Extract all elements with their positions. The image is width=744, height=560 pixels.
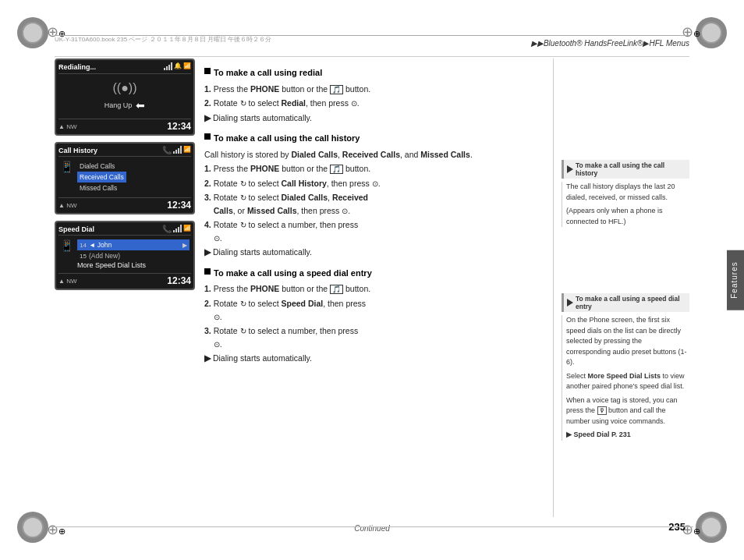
breadcrumb: ▶▶Bluetooth® HandsFreeLink®▶HFL Menus: [531, 39, 689, 48]
speed-dial-footer: ▲ NW 12:34: [58, 273, 191, 286]
speed-dial-icons: 📞 📶: [162, 225, 191, 233]
speed-dial-title: Speed Dial: [58, 225, 94, 233]
call-history-step-3: 3. Rotate ↻ to select Dialed Calls, Rece…: [204, 191, 544, 217]
call-history-step-1: 1. Press the PHONE button or the 🎵 butto…: [204, 162, 544, 175]
bt-icon2: 📶: [183, 146, 191, 154]
redial-section-header: To make a call using redial: [204, 66, 544, 80]
call-history-title: Call History: [58, 147, 97, 154]
bt-icon3: 📶: [183, 225, 191, 233]
call-history-time: 12:34: [167, 200, 191, 211]
speed-dial-body: 📱 14 ◄ John ▶ 15 (Add New): [58, 238, 191, 271]
speed-dial-item: 14 ◄ John ▶: [77, 239, 190, 250]
call-history-step-4: 4. Rotate ↻ to select a number, then pre…: [204, 218, 544, 244]
speed-dial-note-text-1: On the Phone screen, the first six speed…: [566, 315, 688, 368]
call-history-note-text-1: The call history displays the last 20 di…: [566, 182, 688, 203]
ringer-icon: 🔔: [174, 62, 182, 72]
notes-column: To make a call using the call history Th…: [553, 58, 689, 517]
speed-dial-step-3: 3. Rotate ↻ to select a number, then pre…: [204, 324, 544, 350]
call-history-section-title: To make a call using the call history: [214, 132, 360, 145]
call-history-icons: 📞 📶: [162, 146, 191, 154]
redialing-footer-left: ▲ NW: [58, 123, 76, 130]
call-history-note-body: The call history displays the last 20 di…: [562, 182, 689, 227]
hang-up-control: Hang Up ⬅: [60, 99, 190, 112]
redial-step-2: 2. Rotate ↻ to select Redial, then press…: [204, 97, 544, 110]
device-screens-column: Redialing... 🔔 📶 ((●)) Hang Up ⬅: [55, 58, 195, 517]
speed-dial-section-header: To make a call using a speed dial entry: [204, 267, 544, 280]
speed-dial-screen-header: Speed Dial 📞 📶: [58, 225, 191, 236]
redialing-footer: ▲ NW 12:34: [58, 119, 191, 132]
speed-dial-screen: Speed Dial 📞 📶 📱 14 ◄ John ▶: [55, 221, 195, 290]
corner-decoration-bl: [17, 512, 48, 543]
redial-auto-dial: ▶ Dialing starts automatically.: [204, 112, 544, 124]
features-tab: Features: [727, 250, 744, 310]
phone-small-icon2: 📞: [162, 225, 172, 233]
speed-dial-step-1: 1. Press the PHONE button or the 🎵 butto…: [204, 282, 544, 296]
header-breadcrumb-bar: ▶▶Bluetooth® HandsFreeLink®▶HFL Menus: [55, 35, 689, 48]
continued-label: Continued: [354, 524, 390, 533]
redialing-time: 12:34: [167, 121, 191, 132]
call-history-item-selected[interactable]: Received Calls: [77, 172, 126, 183]
triangle-icon2: [567, 299, 573, 307]
speed-dial-ref-link: ▶ Speed Dial P. 231: [566, 430, 688, 441]
speed-dial-list: 14 ◄ John ▶ 15 (Add New): [77, 239, 190, 261]
header-divider: [55, 56, 689, 57]
call-history-item: Dialed Calls: [77, 161, 126, 172]
call-history-footer: ▲ NW 12:34: [58, 197, 191, 211]
triangle-icon: [567, 165, 573, 173]
call-history-instructions: Call history is stored by Dialed Calls, …: [204, 148, 544, 259]
redialing-screen-header: Redialing... 🔔 📶: [58, 62, 191, 74]
hang-up-label: Hang Up: [105, 101, 133, 109]
bullet-square: [204, 68, 211, 74]
call-history-screen: Call History 📞 📶 📱 Dialed Calls Received…: [55, 142, 195, 214]
speed-dial-note-text-2: Select More Speed Dial Lists to view ano…: [566, 371, 688, 392]
call-history-auto-dial: ▶ Dialing starts automatically.: [204, 246, 544, 258]
speed-dial-note-title: To make a call using a speed dial entry: [576, 295, 686, 310]
call-history-footer-left: ▲ NW: [58, 202, 76, 209]
speed-dial-instructions: 1. Press the PHONE button or the 🎵 butto…: [204, 282, 544, 364]
speed-dial-time: 12:34: [167, 275, 191, 286]
call-history-note-text-2: (Appears only when a phone is connected …: [566, 206, 688, 227]
redial-title: To make a call using redial: [214, 66, 322, 80]
call-history-body: 📱 Dialed Calls Received Calls Missed Cal…: [58, 159, 191, 195]
redialing-screen: Redialing... 🔔 📶 ((●)) Hang Up ⬅: [55, 58, 195, 136]
bt-icon: 📶: [183, 62, 191, 72]
crosshair-bl: ⊕: [47, 521, 62, 537]
call-history-screen-header: Call History 📞 📶: [58, 146, 191, 157]
speed-dial-step-2: 2. Rotate ↻ to select Speed Dial, then p…: [204, 297, 544, 323]
speed-dial-item: 15 (Add New): [77, 250, 190, 261]
phone-small-icon: 📞: [162, 146, 172, 154]
call-history-step-2: 2. Rotate ↻ to select Call History, then…: [204, 177, 544, 190]
corner-decoration-br: [696, 512, 727, 543]
call-history-note: To make a call using the call history Th…: [562, 160, 689, 227]
speed-dial-footer-left: ▲ NW: [58, 278, 76, 285]
corner-decoration-tl: [17, 17, 48, 48]
redial-step-1: 1. Press the PHONE button or the 🎵 butto…: [204, 83, 544, 96]
more-speed-dial-btn[interactable]: More Speed Dial Lists: [77, 261, 190, 269]
speed-dial-note-body: On the Phone screen, the first six speed…: [562, 315, 689, 441]
speed-dial-note-header: To make a call using a speed dial entry: [562, 293, 689, 312]
redialing-title: Redialing...: [58, 63, 96, 71]
instructions-column: To make a call using redial 1. Press the…: [195, 58, 553, 517]
call-history-section-header: To make a call using the call history: [204, 132, 544, 145]
call-history-item: Missed Calls: [77, 183, 126, 193]
main-content: Redialing... 🔔 📶 ((●)) Hang Up ⬅: [55, 58, 689, 517]
call-history-note-title: To make a call using the call history: [576, 161, 686, 177]
redialing-icons: 🔔 📶: [164, 62, 191, 72]
phone-signal-animation: ((●)): [60, 81, 190, 95]
bullet-square3: [204, 268, 211, 275]
call-history-list: Dialed Calls Received Calls Missed Calls: [77, 161, 126, 193]
signal-icon: [164, 62, 172, 72]
redialing-body: ((●)) Hang Up ⬅: [58, 76, 191, 116]
speed-dial-note-text-3: When a voice tag is stored, you can pres…: [566, 395, 688, 427]
speed-dial-auto-dial: ▶ Dialing starts automatically.: [204, 352, 544, 364]
bullet-square2: [204, 133, 211, 140]
bottom-border: [51, 526, 693, 527]
speed-dial-section-title: To make a call using a speed dial entry: [214, 267, 372, 280]
corner-decoration-tr: [696, 17, 727, 48]
redial-instructions: 1. Press the PHONE button or the 🎵 butto…: [204, 83, 544, 125]
hang-up-icon: ⬅: [136, 99, 145, 112]
speed-dial-note: To make a call using a speed dial entry …: [562, 293, 689, 441]
breadcrumb-text: ▶▶Bluetooth® HandsFreeLink®▶HFL Menus: [531, 39, 689, 48]
call-history-intro: Call history is stored by Dialed Calls, …: [204, 148, 544, 161]
call-history-note-header: To make a call using the call history: [562, 160, 689, 179]
